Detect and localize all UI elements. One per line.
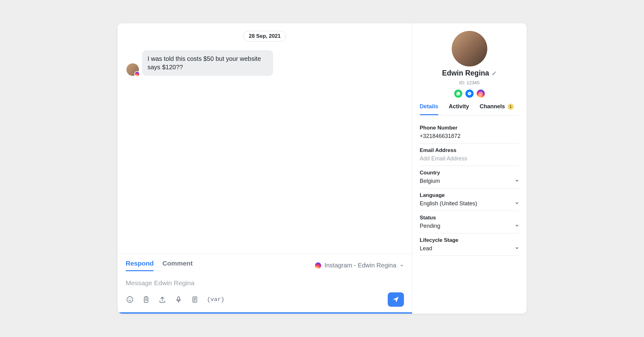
date-separator: 28 Sep, 2021 xyxy=(243,31,286,42)
svg-rect-3 xyxy=(144,297,148,302)
tab-comment[interactable]: Comment xyxy=(162,260,193,271)
field-value: English (United States) xyxy=(420,200,477,207)
contact-sidebar: Edwin Regina ID: 12345 Details Act xyxy=(412,23,527,314)
chevron-down-icon xyxy=(515,246,519,252)
tab-respond[interactable]: Respond xyxy=(126,260,154,271)
field-value: Pending xyxy=(420,223,440,229)
upload-icon[interactable] xyxy=(158,295,166,304)
message-composer: Respond Comment Instagram - Edwin Regina xyxy=(118,254,412,314)
instagram-icon[interactable] xyxy=(477,90,485,98)
field-lifecycle[interactable]: Lifecycle Stage Lead xyxy=(420,233,519,256)
field-label: Country xyxy=(420,170,519,176)
field-value: Lead xyxy=(420,245,432,252)
field-email[interactable]: Email Address Add Email Address xyxy=(420,144,519,166)
chevron-down-icon xyxy=(515,178,519,184)
composer-tabs: Respond Comment xyxy=(126,260,193,271)
microphone-icon[interactable] xyxy=(175,295,183,304)
channel-selector[interactable]: Instagram - Edwin Regina xyxy=(315,262,404,269)
field-label: Status xyxy=(420,215,519,221)
channel-selector-label: Instagram - Edwin Regina xyxy=(324,262,396,269)
field-placeholder: Add Email Address xyxy=(420,155,467,162)
chevron-down-icon xyxy=(515,223,519,229)
emoji-icon[interactable] xyxy=(126,295,134,304)
field-label: Language xyxy=(420,192,519,198)
contact-name: Edwin Regina xyxy=(442,69,489,77)
tab-channels-label: Channels xyxy=(480,103,505,110)
profile-header: Edwin Regina ID: 12345 xyxy=(420,31,519,98)
message-input[interactable] xyxy=(126,274,404,292)
field-label: Email Address xyxy=(420,147,519,154)
whatsapp-icon[interactable] xyxy=(454,90,462,98)
contact-id: ID: 12345 xyxy=(459,80,479,85)
app-window: 28 Sep, 2021 I was told this costs $50 b… xyxy=(118,23,527,314)
tab-details[interactable]: Details xyxy=(420,103,438,115)
chat-message-area: 28 Sep, 2021 I was told this costs $50 b… xyxy=(118,23,412,254)
chevron-down-icon xyxy=(515,201,519,207)
svg-point-1 xyxy=(129,299,129,299)
svg-rect-13 xyxy=(479,92,482,95)
send-button[interactable] xyxy=(388,292,404,307)
svg-point-14 xyxy=(480,93,481,94)
tab-activity[interactable]: Activity xyxy=(449,103,469,115)
clipboard-icon[interactable] xyxy=(142,295,150,304)
field-value: +321846631872 xyxy=(420,133,461,139)
svg-point-0 xyxy=(127,297,133,303)
svg-point-15 xyxy=(481,91,482,92)
composer-toolbar: {var} xyxy=(126,292,404,314)
instagram-icon xyxy=(315,262,321,269)
field-label: Lifecycle Stage xyxy=(420,237,519,243)
chevron-down-icon xyxy=(400,263,404,268)
instagram-icon xyxy=(134,71,140,77)
chat-pane: 28 Sep, 2021 I was told this costs $50 b… xyxy=(118,23,412,314)
contact-channel-icons xyxy=(454,90,485,98)
field-status[interactable]: Status Pending xyxy=(420,211,519,233)
svg-point-2 xyxy=(130,299,131,299)
messenger-icon[interactable] xyxy=(465,90,474,98)
message-row: I was told this costs $50 but your websi… xyxy=(126,50,403,76)
field-value: Belgium xyxy=(420,178,440,184)
field-phone[interactable]: Phone Number +321846631872 xyxy=(420,121,519,144)
composer-accent xyxy=(118,312,412,314)
field-language[interactable]: Language English (United States) xyxy=(420,188,519,211)
avatar xyxy=(452,31,487,66)
snippet-icon[interactable] xyxy=(191,295,199,304)
message-avatar xyxy=(126,63,139,76)
channels-count-badge: 1 xyxy=(508,104,514,110)
svg-rect-7 xyxy=(178,297,179,300)
pencil-icon[interactable] xyxy=(492,71,497,76)
message-bubble: I was told this costs $50 but your websi… xyxy=(142,50,273,76)
field-label: Phone Number xyxy=(420,125,519,131)
variable-icon[interactable]: {var} xyxy=(207,296,225,303)
sidebar-tabs: Details Activity Channels 1 xyxy=(420,103,519,115)
tab-channels[interactable]: Channels 1 xyxy=(480,103,514,115)
field-country[interactable]: Country Belgium xyxy=(420,166,519,188)
